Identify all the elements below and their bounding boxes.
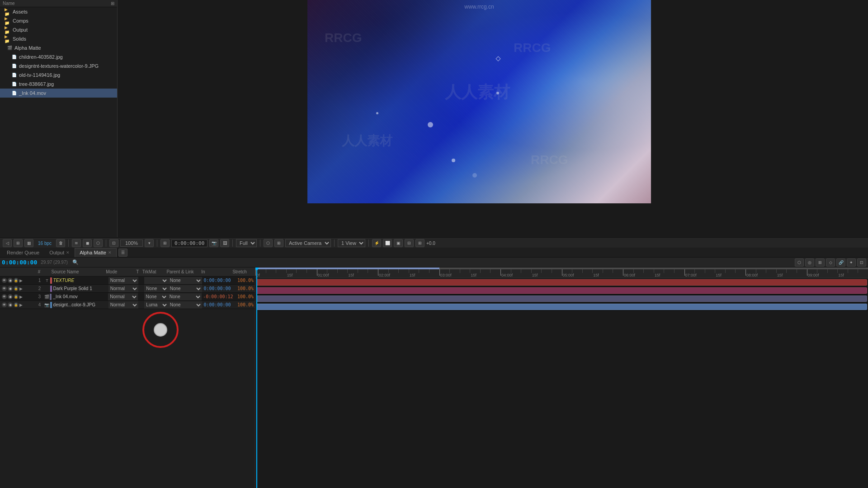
close-output-tab[interactable]: ✕ bbox=[66, 250, 70, 255]
timeline-tool-7[interactable]: ⊡ bbox=[857, 258, 866, 267]
expand-arrow-4[interactable]: ▶ bbox=[19, 303, 23, 307]
lock-btn-3[interactable]: 🔒 bbox=[14, 294, 19, 299]
grid-overlay-btn[interactable]: ⊞ bbox=[415, 239, 425, 247]
layer-num-3: 3 bbox=[35, 294, 44, 299]
clip-4[interactable] bbox=[256, 304, 867, 310]
timeline-ruler[interactable]: 0f15f01:00f15f02:00f15f03:00f15f04:00f15… bbox=[255, 269, 868, 278]
project-item-solids[interactable]: ▶ 📁 Solids bbox=[0, 34, 117, 43]
track-row-4[interactable] bbox=[255, 303, 868, 311]
layer-in-1: 0:00:00:00 bbox=[202, 278, 233, 283]
track-row-2[interactable] bbox=[255, 286, 868, 295]
project-item-children[interactable]: 📄 children-403582.jpg bbox=[0, 52, 117, 61]
expand-arrow-1[interactable]: ▶ bbox=[19, 278, 23, 283]
timeline-tool-5[interactable]: 🔗 bbox=[836, 258, 845, 267]
track-row-3[interactable] bbox=[255, 295, 868, 303]
layer-mode-2[interactable]: Normal bbox=[108, 285, 138, 292]
snapshot-show-btn[interactable]: 🖼 bbox=[220, 239, 229, 247]
timeline-tool-1[interactable]: ⬡ bbox=[795, 258, 804, 267]
viewer-canvas[interactable]: www.rrcg.cn RRCG 人人素材 人人素材 RRCG RRCG bbox=[307, 0, 651, 203]
layer-source-2[interactable]: Dark Purple Solid 1 bbox=[53, 286, 108, 291]
project-item-tree[interactable]: 📄 tree-838667.jpg bbox=[0, 80, 117, 89]
timecode-display[interactable] bbox=[171, 239, 208, 247]
views-select[interactable]: 1 View bbox=[338, 239, 365, 247]
zoom-input[interactable] bbox=[120, 239, 143, 247]
timeline-tool-2[interactable]: ◎ bbox=[805, 258, 814, 267]
live-update-btn[interactable]: ◼ bbox=[83, 239, 92, 247]
search-icon[interactable]: 🔍 bbox=[72, 259, 79, 265]
lock-btn-4[interactable]: 🔒 bbox=[14, 302, 19, 307]
layer-trkmat-1[interactable] bbox=[144, 277, 168, 284]
project-item-designtnt[interactable]: 📄 designtnt-textures-watercolor-9.JPG bbox=[0, 61, 117, 70]
solo-btn-1[interactable]: ◉ bbox=[8, 278, 13, 283]
layer-mode-3[interactable]: Normal bbox=[108, 293, 138, 300]
project-item-alpha-matte-comp[interactable]: 🎬 Alpha Matte bbox=[0, 43, 117, 52]
layer-parent-2[interactable]: None bbox=[168, 285, 203, 292]
pixel-aspect-btn[interactable]: ▣ bbox=[394, 239, 403, 247]
eye-btn-3[interactable]: 👁 bbox=[2, 294, 7, 299]
transparency-btn[interactable]: ⬜ bbox=[383, 239, 392, 247]
layer-num-2: 2 bbox=[35, 286, 44, 291]
viewer-mode-btn[interactable]: ⬡ bbox=[264, 239, 273, 247]
quality-select[interactable]: Full bbox=[236, 239, 257, 247]
layer-trkmat-2[interactable]: None bbox=[144, 285, 168, 292]
layer-source-1[interactable]: TEXTURE bbox=[53, 278, 108, 283]
toolbar-btn-3[interactable]: ▦ bbox=[24, 239, 33, 247]
solo-btn-4[interactable]: ◉ bbox=[8, 302, 13, 307]
toolbar-btn-1[interactable]: ◁ bbox=[3, 239, 12, 247]
snapshot-btn[interactable]: 📷 bbox=[209, 239, 218, 247]
sort-icon[interactable]: ⊞ bbox=[111, 1, 114, 6]
close-alpha-matte-tab[interactable]: ✕ bbox=[108, 250, 112, 255]
layer-mode-4[interactable]: Normal bbox=[108, 301, 138, 309]
eye-btn-2[interactable]: 👁 bbox=[2, 286, 7, 291]
grid-btn[interactable]: ⊞ bbox=[160, 239, 170, 247]
viewer-mode-btn2[interactable]: ⊞ bbox=[274, 239, 283, 247]
layer-parent-4[interactable]: None bbox=[168, 301, 203, 309]
eye-btn-4[interactable]: 👁 bbox=[2, 302, 7, 307]
layer-parent-3[interactable]: None bbox=[168, 293, 202, 300]
bpc-label[interactable]: 16 bpc bbox=[38, 241, 52, 246]
project-item-assets[interactable]: ▶ 📁 Assets bbox=[0, 7, 117, 16]
clip-1[interactable] bbox=[256, 279, 867, 286]
layer-stretch-2: 100.0% bbox=[233, 286, 255, 291]
lock-btn-1[interactable]: 🔒 bbox=[14, 278, 19, 283]
layer-source-4[interactable]: designt...color-9.JPG bbox=[53, 302, 108, 307]
clip-3[interactable] bbox=[256, 296, 867, 302]
timeline-tracks[interactable]: 0f15f01:00f15f02:00f15f03:00f15f04:00f15… bbox=[255, 267, 868, 488]
solo-btn-3[interactable]: ◉ bbox=[8, 294, 13, 299]
tab-output[interactable]: Output ✕ bbox=[44, 248, 75, 257]
timeline-tool-3[interactable]: ⊞ bbox=[816, 258, 825, 267]
eye-btn-1[interactable]: 👁 bbox=[2, 278, 7, 283]
lock-btn-2[interactable]: 🔒 bbox=[14, 286, 19, 291]
rotate-button[interactable] bbox=[142, 312, 179, 348]
clip-2[interactable] bbox=[256, 287, 867, 294]
project-item-output[interactable]: ▶ 📁 Output bbox=[0, 25, 117, 34]
tab-alpha-matte[interactable]: Alpha Matte ✕ bbox=[75, 248, 117, 257]
layer-row-2: 👁 ◉ 🔒 ▶ 2 Dark Purple Solid 1 Normal Non… bbox=[0, 285, 255, 293]
expand-arrow-2[interactable]: ▶ bbox=[19, 286, 23, 291]
motion-blur-btn[interactable]: ≋ bbox=[72, 239, 81, 247]
safe-zone-btn[interactable]: ⊟ bbox=[405, 239, 414, 247]
expand-arrow-3[interactable]: ▶ bbox=[19, 295, 23, 299]
draft-btn[interactable]: ⬡ bbox=[94, 239, 103, 247]
project-item-ink04[interactable]: 📄 _Ink 04.mov bbox=[0, 89, 117, 98]
tab-render-queue[interactable]: Render Queue bbox=[2, 248, 44, 257]
trash-btn[interactable]: 🗑 bbox=[56, 239, 65, 247]
solo-btn-2[interactable]: ◉ bbox=[8, 286, 13, 291]
layer-mode-1[interactable]: Normal bbox=[108, 277, 138, 284]
camera-select[interactable]: Active Camera bbox=[285, 239, 331, 247]
zoom-options-btn[interactable]: ▾ bbox=[145, 239, 154, 247]
project-item-old-tv[interactable]: 📄 old-tv-1149416.jpg bbox=[0, 70, 117, 80]
track-row-1[interactable] bbox=[255, 278, 868, 286]
toolbar-btn-2[interactable]: ⊞ bbox=[14, 239, 23, 247]
zoom-fit-btn[interactable]: ⊡ bbox=[109, 239, 118, 247]
layer-trkmat-4[interactable]: Luma bbox=[144, 301, 168, 309]
layer-source-3[interactable]: _Ink 04.mov bbox=[53, 294, 108, 299]
project-item-comps[interactable]: ▶ 📁 Comps bbox=[0, 16, 117, 25]
tab-menu-btn[interactable]: ☰ bbox=[118, 249, 127, 257]
layer-trkmat-3[interactable]: None bbox=[144, 293, 168, 300]
timeline-timecode[interactable]: 0:00:00:00 bbox=[2, 259, 37, 266]
timeline-tool-4[interactable]: ◇ bbox=[826, 258, 835, 267]
timeline-tool-6[interactable]: ✦ bbox=[847, 258, 856, 267]
layer-parent-1[interactable]: None bbox=[168, 277, 203, 284]
fast-preview-btn[interactable]: ⚡ bbox=[372, 239, 381, 247]
